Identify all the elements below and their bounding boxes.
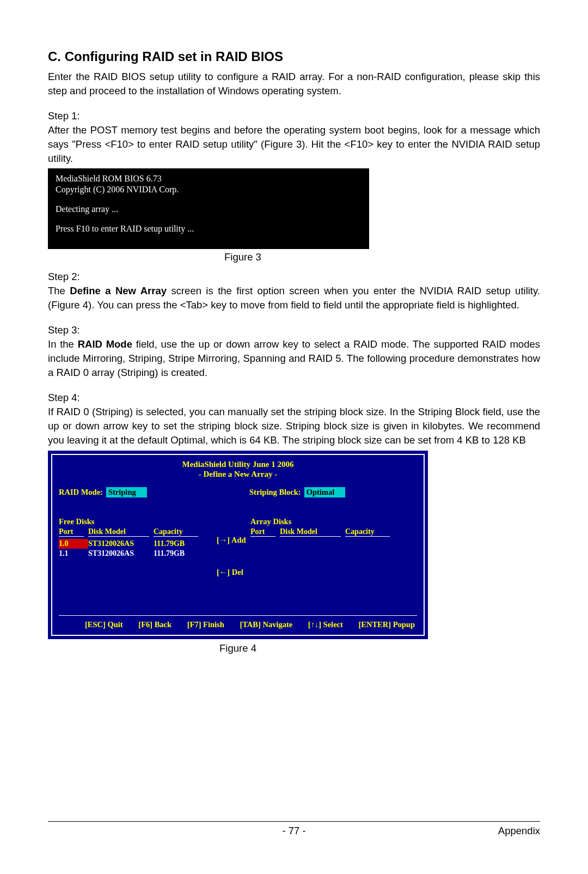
footer-f7[interactable]: [F7] Finish <box>187 620 224 629</box>
disk-row[interactable]: 1.0ST3120026AS111.79GB <box>59 539 206 549</box>
striping-block-value[interactable]: Optimal <box>304 487 346 497</box>
step4-text: If RAID 0 (Striping) is selected, you ca… <box>48 405 540 447</box>
footer-arrows[interactable]: [↑↓] Select <box>308 620 343 629</box>
raid-mode-value[interactable]: Striping <box>106 487 147 497</box>
figure-4-screenshot: MediaShield Utility June 1 2006 - Define… <box>48 451 428 640</box>
footer-esc[interactable]: [ESC] Quit <box>85 620 123 629</box>
step1-text: After the POST memory test begins and be… <box>48 123 540 166</box>
page-footer: - 77 - Appendix <box>48 821 540 837</box>
fig3-line: MediaShield ROM BIOS 6.73 <box>56 174 362 184</box>
fig4-subtitle-line: - Define a New Array - <box>59 469 417 480</box>
fig3-line: Copyright (C) 2006 NVIDIA Corp. <box>56 185 362 195</box>
step3-label: Step 3: <box>48 324 540 336</box>
intro-paragraph: Enter the RAID BIOS setup utility to con… <box>48 70 540 98</box>
figure-3-caption: Figure 3 <box>48 251 540 263</box>
figure-4-caption: Figure 4 <box>48 642 428 654</box>
col-cap: Capacity <box>154 527 203 536</box>
figure-3-screenshot: MediaShield ROM BIOS 6.73 Copyright (C) … <box>48 168 369 249</box>
array-disks-title: Array Disks <box>250 517 397 526</box>
col-model: Disk Model <box>280 527 345 536</box>
fig4-footer-bar: [ESC] Quit [F6] Back [F7] Finish [TAB] N… <box>59 615 417 629</box>
page-number: - 77 - <box>282 825 305 837</box>
footer-enter[interactable]: [ENTER] Popup <box>358 620 415 629</box>
step2-text: The Define a New Array screen is the fir… <box>48 284 540 312</box>
section-heading: C. Configuring RAID set in RAID BIOS <box>48 49 540 64</box>
col-port: Port <box>250 527 280 536</box>
step1-label: Step 1: <box>48 110 540 122</box>
col-cap: Capacity <box>345 527 394 536</box>
raid-mode-label: RAID Mode: <box>59 488 103 497</box>
fig4-title-line: MediaShield Utility June 1 2006 <box>59 459 417 470</box>
disk-row[interactable]: 1.1ST3120026AS111.79GB <box>59 549 206 559</box>
step4-label: Step 4: <box>48 392 540 404</box>
footer-tab[interactable]: [TAB] Navigate <box>240 620 292 629</box>
del-action[interactable]: [←] Del <box>217 568 246 577</box>
col-model: Disk Model <box>88 527 154 536</box>
step2-label: Step 2: <box>48 271 540 283</box>
fig3-line: Detecting array ... <box>56 204 362 214</box>
array-disks-panel: Array Disks Port Disk Model Capacity <box>250 517 397 610</box>
free-disks-title: Free Disks <box>59 517 206 526</box>
footer-f6[interactable]: [F6] Back <box>138 620 171 629</box>
step3-text: In the RAID Mode field, use the up or do… <box>48 337 540 380</box>
fig3-line: Press F10 to enter RAID setup utility ..… <box>56 224 362 234</box>
add-action[interactable]: [→] Add <box>217 536 246 545</box>
striping-block-label: Striping Block: <box>249 488 301 497</box>
footer-section: Appendix <box>498 825 540 837</box>
free-disks-panel: Free Disks Port Disk Model Capacity 1.0S… <box>59 517 206 610</box>
col-port: Port <box>59 527 88 536</box>
